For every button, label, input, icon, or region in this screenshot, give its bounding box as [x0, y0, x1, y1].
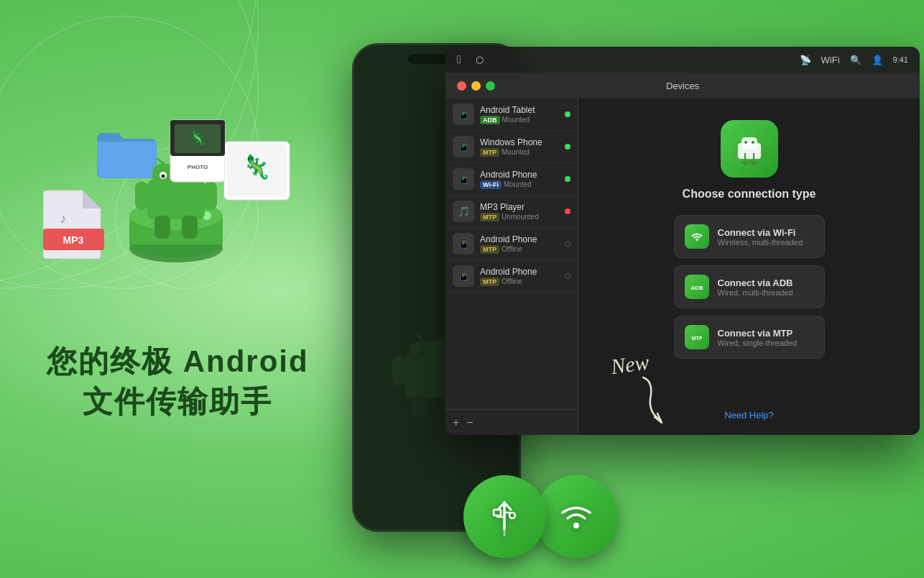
connect-adb-option[interactable]: ADB Connect via ADB Wired, multi-threade…: [674, 265, 825, 308]
device-item-3[interactable]: 🎵 MP3 Player MTP Unmounted: [445, 196, 578, 228]
device-badges-0: ADB Mounted: [480, 116, 559, 124]
svg-rect-36: [412, 396, 429, 418]
svg-rect-49: [494, 510, 501, 515]
adb-conn-name: Connect via ADB: [718, 277, 793, 288]
svg-point-50: [509, 513, 515, 518]
svg-point-42: [752, 141, 754, 144]
mtp-conn-desc: Wired, single-threaded: [718, 339, 798, 347]
device-status-0: Mounted: [502, 116, 530, 124]
wifi-conn-desc: Wireless, multi-threaded: [718, 238, 803, 247]
device-name-1: Windows Phone: [480, 137, 559, 147]
svg-point-43: [696, 239, 698, 241]
wifi-conn-text: Connect via Wi-Fi Wireless, multi-thread…: [718, 227, 803, 247]
device-badges-3: MTP Unmounted: [480, 213, 559, 221]
device-info-4: Android Phone MTP Offline: [480, 234, 559, 254]
device-item-5[interactable]: 📱 Android Phone MTP Offline: [445, 260, 578, 293]
window-chrome: Devices: [445, 73, 920, 98]
close-button[interactable]: [457, 81, 466, 91]
svg-text:ADB: ADB: [690, 285, 703, 291]
device-badges-5: MTP Offline: [480, 277, 559, 286]
fullscreen-button[interactable]: [486, 81, 495, 91]
menubar-wifi-icon: WiFi: [821, 55, 840, 65]
badge-mtp-3: MTP: [480, 213, 499, 221]
svg-text:🦎: 🦎: [242, 153, 271, 180]
svg-text:🦎: 🦎: [190, 130, 206, 146]
status-dot-3: [565, 208, 570, 214]
device-status-3: Unmounted: [502, 213, 539, 221]
status-dot-2: [565, 176, 570, 182]
window-title: Devices: [666, 81, 699, 91]
svg-rect-34: [392, 357, 405, 385]
usb-circle-icon: [463, 475, 546, 558]
device-status-2: Mounted: [504, 180, 532, 188]
badge-wifi-2: Wi-Fi: [480, 180, 502, 189]
device-name-5: Android Phone: [480, 267, 559, 277]
svg-point-20: [162, 175, 165, 178]
status-dot-0: [565, 111, 570, 117]
device-info-0: Android Tablet ADB Mounted: [480, 105, 559, 124]
mtp-conn-name: Connect via MTP: [718, 328, 798, 339]
menubar-user-icon: 👤: [872, 55, 883, 65]
menubar:  ⬡ 📡 WiFi 🔍 👤 9:41: [445, 47, 920, 73]
wifi-circle-icon: [535, 475, 618, 558]
adb-conn-text: Connect via ADB Wired, multi-threaded: [718, 277, 793, 297]
device-badges-4: MTP Offline: [480, 245, 559, 254]
mtp-conn-text: Connect via MTP Wired, single-threaded: [718, 328, 798, 347]
device-name-0: Android Tablet: [480, 105, 559, 115]
title-line2: 文件传输助手: [47, 382, 309, 422]
device-status-4: Offline: [502, 245, 522, 253]
device-item-0[interactable]: 📱 Android Tablet ADB Mounted: [445, 98, 578, 131]
device-sidebar: 📱 Android Tablet ADB Mounted 📱 Windows P…: [445, 98, 578, 435]
svg-rect-26: [154, 216, 170, 239]
device-icon-4: 📱: [453, 233, 474, 254]
photo-icon: 🦎: [223, 140, 291, 204]
device-badges-2: Wi-Fi Mounted: [480, 180, 559, 189]
bottom-connection-icons: [463, 475, 618, 558]
svg-rect-24: [135, 181, 148, 210]
title-line1: 您的终极 Android: [47, 341, 309, 382]
connect-mtp-option[interactable]: MTP Connect via MTP Wired, single-thread…: [674, 316, 825, 359]
window-content: 📱 Android Tablet ADB Mounted 📱 Windows P…: [445, 98, 920, 435]
add-device-button[interactable]: +: [453, 417, 459, 428]
device-icon-3: 🎵: [453, 201, 474, 222]
badge-mtp-1: MTP: [480, 148, 499, 157]
mac-window:  ⬡ 📡 WiFi 🔍 👤 9:41 Devices 📱 Android Ta…: [445, 47, 920, 435]
device-name-4: Android Phone: [480, 234, 559, 244]
svg-text:PHOTO: PHOTO: [188, 164, 208, 170]
adb-conn-icon: ADB: [685, 275, 709, 299]
device-info-5: Android Phone MTP Offline: [480, 267, 559, 286]
menubar-icon-1: ⬡: [476, 55, 484, 65]
svg-text:MTP: MTP: [691, 336, 702, 341]
adb-conn-desc: Wired, multi-threaded: [718, 288, 793, 297]
device-status-1: Mounted: [502, 148, 530, 156]
connection-type-title: Choose connection type: [683, 188, 816, 201]
badge-adb-0: ADB: [480, 116, 500, 124]
device-item-4[interactable]: 📱 Android Phone MTP Offline: [445, 228, 578, 260]
menubar-right-icons: 📡 WiFi 🔍 👤 9:41: [800, 55, 908, 65]
device-info-3: MP3 Player MTP Unmounted: [480, 202, 559, 221]
app-icon: [721, 120, 778, 178]
device-item-2[interactable]: 📱 Android Phone Wi-Fi Mounted: [445, 163, 578, 196]
svg-point-41: [744, 141, 747, 144]
svg-rect-27: [182, 216, 198, 239]
svg-text:MP3: MP3: [63, 234, 84, 246]
menubar-time-icon: 9:41: [893, 55, 908, 64]
svg-point-54: [573, 523, 579, 528]
device-icon-2: 📱: [453, 168, 474, 190]
device-icon-5: 📱: [453, 265, 474, 287]
mp3-file-icon: MP3 ♪: [43, 187, 104, 262]
main-title: 您的终极 Android 文件传输助手: [47, 341, 309, 422]
device-badges-1: MTP Mounted: [480, 148, 559, 157]
device-item-1[interactable]: 📱 Windows Phone MTP Mounted: [445, 131, 578, 163]
svg-rect-40: [741, 137, 757, 149]
connect-wifi-option[interactable]: Connect via Wi-Fi Wireless, multi-thread…: [674, 215, 825, 258]
minimize-button[interactable]: [471, 81, 481, 91]
device-name-3: MP3 Player: [480, 202, 559, 212]
remove-device-button[interactable]: −: [466, 417, 473, 428]
wifi-conn-name: Connect via Wi-Fi: [718, 227, 803, 238]
need-help-link[interactable]: Need Help?: [724, 410, 774, 421]
apple-menu[interactable]: : [457, 53, 461, 66]
video-icon: 🦎 PHOTO: [169, 119, 226, 186]
wifi-conn-icon: [685, 224, 709, 249]
menubar-search-icon: 🔍: [850, 55, 861, 65]
